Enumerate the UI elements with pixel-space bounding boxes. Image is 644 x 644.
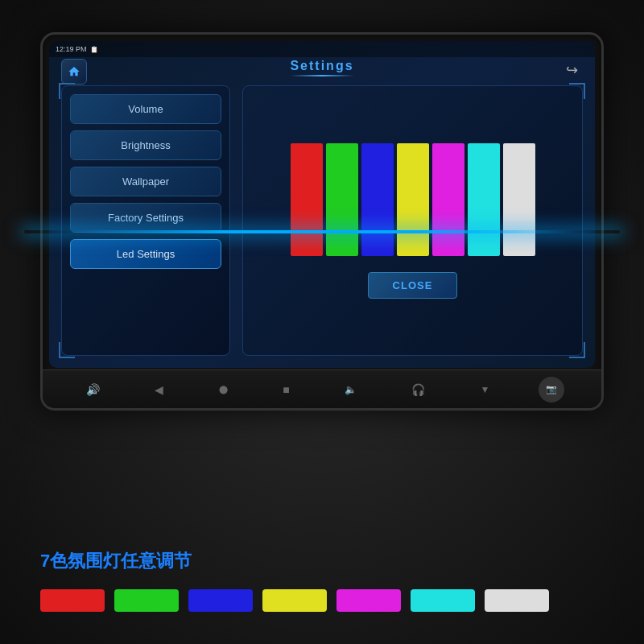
menu-item-volume[interactable]: Volume — [70, 94, 221, 124]
color-swatches — [40, 589, 604, 612]
swatch-red — [40, 589, 105, 612]
status-bar: 12:19 PM 📋 — [49, 41, 595, 57]
screen: 12:19 PM 📋 Settings ↪ Volume Brightness … — [49, 41, 595, 368]
swatch-magenta — [336, 589, 401, 612]
content-panel: CLOSE — [242, 85, 583, 356]
color-bar-magenta — [432, 143, 464, 256]
share-button[interactable]: ↪ — [560, 59, 583, 81]
menu-panel: Volume Brightness Wallpaper Factory Sett… — [61, 85, 230, 356]
menu-item-factory-settings[interactable]: Factory Settings — [70, 203, 221, 233]
nav-bar: 🔊 ◀ ⬤ ■ 🔈 🎧 ▼ 📷 — [43, 369, 601, 408]
nav-dot-icon[interactable]: ⬤ — [213, 378, 234, 400]
menu-item-brightness[interactable]: Brightness — [70, 130, 221, 160]
nav-volume2-icon[interactable]: 🔈 — [338, 378, 363, 402]
color-bar-white — [503, 143, 535, 256]
color-bar-red — [291, 143, 323, 256]
swatch-green — [114, 589, 179, 612]
color-bar-yellow — [397, 143, 429, 256]
color-bars-container — [291, 143, 535, 256]
menu-item-wallpaper[interactable]: Wallpaper — [70, 167, 221, 196]
status-time: 12:19 PM — [56, 45, 87, 53]
device-frame: 12:19 PM 📋 Settings ↪ Volume Brightness … — [40, 32, 604, 411]
nav-camera-button[interactable]: 📷 — [539, 377, 564, 402]
nav-headphone-icon[interactable]: 🎧 — [405, 377, 431, 402]
title-underline — [290, 75, 354, 76]
nav-back-icon[interactable]: ◀ — [148, 377, 170, 402]
nav-volume-icon[interactable]: 🔊 — [80, 377, 106, 402]
chinese-title: 7色氛围灯任意调节 — [40, 549, 604, 573]
nav-stop-icon[interactable]: ■ — [276, 377, 295, 402]
status-icon: 📋 — [90, 46, 98, 53]
settings-title: Settings — [49, 59, 595, 73]
swatch-yellow — [262, 589, 327, 612]
close-button[interactable]: CLOSE — [368, 272, 458, 299]
swatch-cyan — [411, 589, 475, 612]
bottom-section: 7色氛围灯任意调节 — [40, 549, 604, 612]
swatch-white — [485, 589, 549, 612]
color-bar-cyan — [468, 143, 500, 256]
swatch-blue — [188, 589, 253, 612]
color-bar-blue — [361, 143, 394, 256]
menu-item-led-settings[interactable]: Led Settings — [70, 239, 221, 269]
led-glow — [24, 230, 620, 233]
nav-down-icon[interactable]: ▼ — [474, 378, 497, 402]
color-bar-green — [326, 143, 358, 256]
